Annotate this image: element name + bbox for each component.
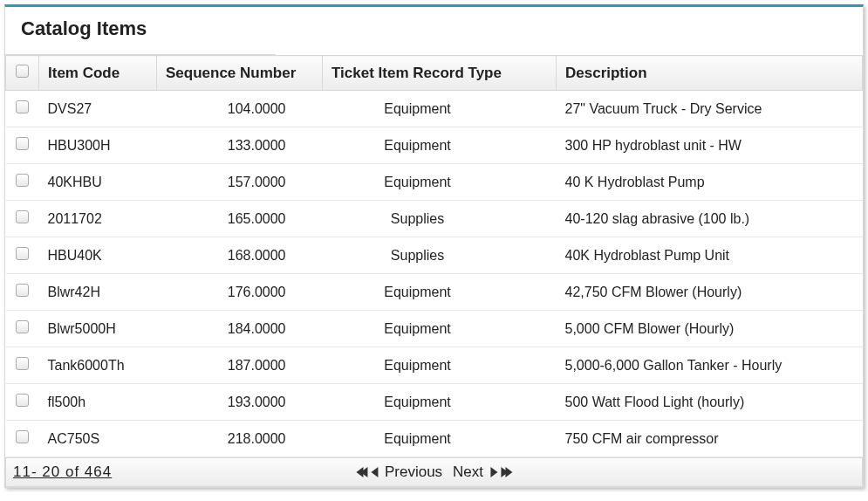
- cell-item-code: 2011702: [39, 201, 157, 237]
- cell-sequence: 133.0000: [157, 127, 323, 164]
- cell-sequence: 193.0000: [157, 384, 323, 421]
- row-checkbox-cell: [6, 274, 39, 311]
- cell-item-code: DVS27: [39, 91, 157, 127]
- cell-record-type: Equipment: [323, 384, 557, 421]
- row-checkbox-cell: [6, 421, 39, 457]
- row-checkbox[interactable]: [16, 357, 29, 370]
- cell-sequence: 176.0000: [157, 274, 323, 311]
- cell-description: 500 Watt Flood Light (hourly): [557, 384, 863, 421]
- cell-item-code: HBU40K: [39, 237, 157, 274]
- pagination-nav: Previous Next: [356, 463, 512, 481]
- row-checkbox[interactable]: [16, 247, 29, 260]
- column-header-description[interactable]: Description: [557, 56, 863, 91]
- cell-record-type: Supplies: [323, 201, 557, 237]
- table-row[interactable]: 2011702165.0000Supplies40-120 slag abras…: [6, 201, 863, 237]
- previous-button[interactable]: Previous: [381, 463, 446, 481]
- cell-description: 5,000-6,000 Gallon Tanker - Hourly: [557, 347, 863, 384]
- row-checkbox-cell: [6, 201, 39, 237]
- cell-sequence: 165.0000: [157, 201, 323, 237]
- cell-record-type: Equipment: [323, 347, 557, 384]
- cell-sequence: 218.0000: [157, 421, 323, 457]
- table-row[interactable]: 40KHBU157.0000Equipment40 K Hydroblast P…: [6, 164, 863, 201]
- column-header-sequence[interactable]: Sequence Number: [157, 56, 323, 91]
- cell-item-code: Blwr42H: [39, 274, 157, 311]
- first-page-icon[interactable]: [356, 467, 367, 477]
- cell-description: 42,750 CFM Blower (Hourly): [557, 274, 863, 311]
- cell-sequence: 184.0000: [157, 311, 323, 347]
- next-button[interactable]: Next: [449, 463, 487, 481]
- cell-sequence: 187.0000: [157, 347, 323, 384]
- cell-record-type: Supplies: [323, 237, 557, 274]
- row-checkbox-cell: [6, 127, 39, 164]
- catalog-table: Item Code Sequence Number Ticket Item Re…: [5, 55, 863, 457]
- cell-sequence: 157.0000: [157, 164, 323, 201]
- row-checkbox[interactable]: [16, 284, 29, 297]
- table-row[interactable]: Blwr5000H184.0000Equipment5,000 CFM Blow…: [6, 311, 863, 347]
- last-page-icon[interactable]: [501, 467, 512, 477]
- table-row[interactable]: DVS27104.0000Equipment27" Vacuum Truck -…: [6, 91, 863, 127]
- table-header-row: Item Code Sequence Number Ticket Item Re…: [6, 56, 863, 91]
- cell-description: 300 HP hydroblast unit - HW: [557, 127, 863, 164]
- select-all-header: [6, 56, 39, 91]
- cell-record-type: Equipment: [323, 421, 557, 457]
- cell-description: 40K Hydroblast Pump Unit: [557, 237, 863, 274]
- cell-item-code: fl500h: [39, 384, 157, 421]
- cell-item-code: HBU300H: [39, 127, 157, 164]
- row-checkbox[interactable]: [16, 100, 29, 113]
- next-page-icon[interactable]: [490, 467, 497, 477]
- cell-item-code: 40KHBU: [39, 164, 157, 201]
- cell-description: 40 K Hydroblast Pump: [557, 164, 863, 201]
- previous-page-icon[interactable]: [371, 467, 378, 477]
- table-row[interactable]: HBU300H133.0000Equipment300 HP hydroblas…: [6, 127, 863, 164]
- row-checkbox[interactable]: [16, 174, 29, 187]
- table-row[interactable]: fl500h193.0000Equipment500 Watt Flood Li…: [6, 384, 863, 421]
- cell-description: 40-120 slag abrasive (100 lb.): [557, 201, 863, 237]
- column-header-record-type[interactable]: Ticket Item Record Type: [323, 56, 557, 91]
- row-checkbox-cell: [6, 164, 39, 201]
- row-checkbox-cell: [6, 311, 39, 347]
- cell-record-type: Equipment: [323, 127, 557, 164]
- table-row[interactable]: HBU40K168.0000Supplies40K Hydroblast Pum…: [6, 237, 863, 274]
- panel-title: Catalog Items: [5, 7, 276, 55]
- row-checkbox-cell: [6, 347, 39, 384]
- column-header-item-code[interactable]: Item Code: [39, 56, 157, 91]
- row-checkbox[interactable]: [16, 430, 29, 443]
- cell-description: 750 CFM air compressor: [557, 421, 863, 457]
- cell-record-type: Equipment: [323, 274, 557, 311]
- row-checkbox[interactable]: [16, 394, 29, 407]
- row-checkbox[interactable]: [16, 320, 29, 333]
- cell-item-code: Blwr5000H: [39, 311, 157, 347]
- table-row[interactable]: Tank6000Th187.0000Equipment5,000-6,000 G…: [6, 347, 863, 384]
- cell-item-code: Tank6000Th: [39, 347, 157, 384]
- row-checkbox-cell: [6, 384, 39, 421]
- row-checkbox-cell: [6, 91, 39, 127]
- cell-record-type: Equipment: [323, 311, 557, 347]
- cell-item-code: AC750S: [39, 421, 157, 457]
- cell-sequence: 168.0000: [157, 237, 323, 274]
- row-checkbox[interactable]: [16, 210, 29, 223]
- select-all-checkbox[interactable]: [16, 65, 29, 78]
- cell-record-type: Equipment: [323, 164, 557, 201]
- cell-description: 27" Vacuum Truck - Dry Service: [557, 91, 863, 127]
- row-checkbox[interactable]: [16, 137, 29, 150]
- table-row[interactable]: Blwr42H176.0000Equipment42,750 CFM Blowe…: [6, 274, 863, 311]
- catalog-panel: Catalog Items Item Code Sequence Number …: [4, 4, 864, 488]
- row-checkbox-cell: [6, 237, 39, 274]
- pagination-range: 11- 20 of 464: [6, 463, 112, 481]
- cell-record-type: Equipment: [323, 91, 557, 127]
- table-row[interactable]: AC750S218.0000Equipment750 CFM air compr…: [6, 421, 863, 457]
- pagination-footer: 11- 20 of 464 Previous Next: [5, 457, 863, 487]
- cell-description: 5,000 CFM Blower (Hourly): [557, 311, 863, 347]
- cell-sequence: 104.0000: [157, 91, 323, 127]
